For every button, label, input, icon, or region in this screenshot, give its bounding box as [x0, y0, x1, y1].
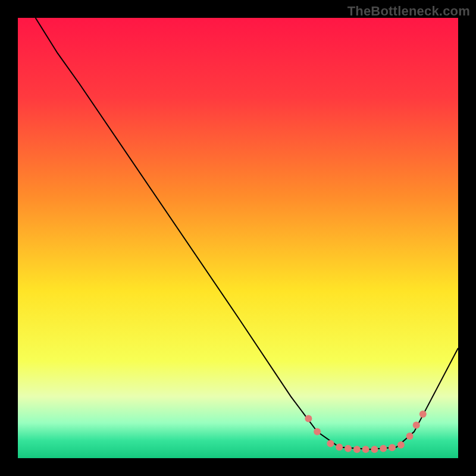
marker-dot [419, 411, 427, 418]
marker-dot [353, 446, 361, 453]
marker-dot [389, 444, 396, 451]
chart-frame: TheBottleneck.com [0, 0, 476, 476]
marker-dot [314, 428, 321, 436]
bottleneck-chart [18, 18, 458, 458]
marker-dot [397, 441, 405, 449]
marker-dot [371, 446, 378, 453]
marker-dot [380, 445, 387, 452]
gradient-background [18, 18, 458, 458]
marker-dot [327, 440, 334, 447]
marker-dot [336, 444, 343, 451]
marker-dot [406, 433, 414, 440]
marker-dot [362, 446, 369, 453]
marker-dot [413, 422, 420, 429]
marker-dot [345, 445, 352, 452]
marker-dot [305, 415, 312, 422]
watermark-text: TheBottleneck.com [347, 4, 470, 19]
